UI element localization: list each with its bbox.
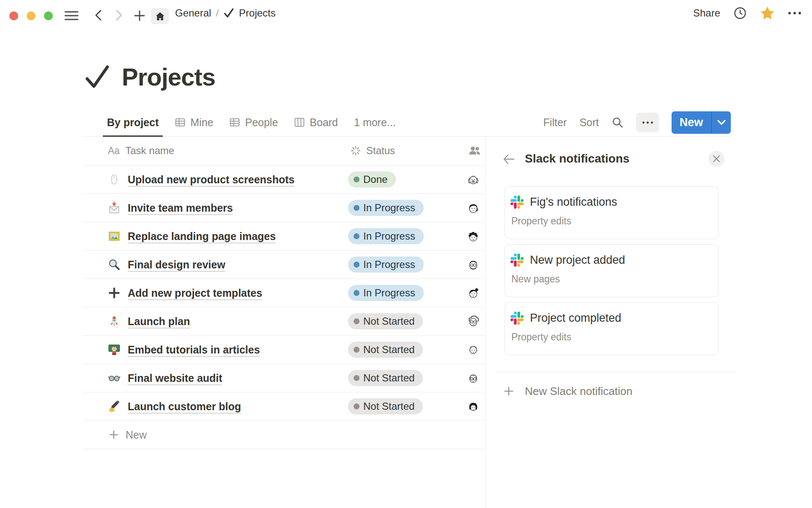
avatar[interactable] <box>466 200 481 215</box>
status-pill[interactable]: In Progress <box>348 200 424 216</box>
notification-card[interactable]: Fig's notifications Property edits <box>505 186 719 239</box>
table-row[interactable]: Upload new product screenshots Done <box>82 166 485 194</box>
breadcrumb-page[interactable]: Projects <box>239 7 276 19</box>
sidebar-toggle-icon[interactable] <box>64 10 79 21</box>
avatar[interactable] <box>466 342 481 357</box>
avatar[interactable] <box>466 172 481 187</box>
status-pill[interactable]: Not Started <box>348 398 423 414</box>
task-title-link[interactable]: Invite team members <box>128 202 233 214</box>
table-row[interactable]: Add new project templates In Progress <box>82 279 485 307</box>
column-people[interactable] <box>468 136 481 165</box>
history-clock-icon[interactable] <box>734 7 746 19</box>
task-cell[interactable]: Add new project templates <box>108 279 262 307</box>
tab-more-views[interactable]: 1 more... <box>354 108 396 136</box>
column-task-name[interactable]: Aa Task name <box>108 136 174 165</box>
view-more-button[interactable] <box>636 113 659 132</box>
favorite-star-icon[interactable] <box>760 6 775 20</box>
task-title-link[interactable]: Embed tutorials in articles <box>128 344 260 356</box>
tab-label: Mine <box>190 116 213 129</box>
task-cell[interactable]: Launch customer blog <box>108 392 241 420</box>
task-cell[interactable]: Invite team members <box>108 194 233 222</box>
task-title-link[interactable]: Replace landing page images <box>128 230 276 243</box>
page-check-icon <box>223 8 234 19</box>
panel-close-button[interactable] <box>708 151 724 167</box>
table-row[interactable]: Final website audit Not Started <box>82 364 485 392</box>
search-icon[interactable] <box>612 116 623 128</box>
tab-mine[interactable]: Mine <box>175 108 213 136</box>
task-cell[interactable]: Replace landing page images <box>108 222 276 250</box>
task-title-link[interactable]: Launch customer blog <box>128 400 241 413</box>
slack-icon <box>510 196 524 209</box>
table-row[interactable]: Embed tutorials in articles Not Started <box>82 336 485 364</box>
avatar[interactable] <box>466 285 481 301</box>
new-page-icon[interactable] <box>134 10 145 22</box>
status-pill[interactable]: Not Started <box>348 342 423 358</box>
sort-button[interactable]: Sort <box>579 116 599 129</box>
task-cell[interactable]: Final website audit <box>108 364 222 392</box>
task-title-link[interactable]: Final design review <box>128 259 225 271</box>
more-options-icon[interactable] <box>788 12 801 14</box>
table-header: Aa Task name Status <box>82 136 485 166</box>
table-row[interactable]: Final design review In Progress <box>82 251 485 279</box>
tab-people[interactable]: People <box>229 108 278 136</box>
incoming-envelope-icon <box>108 202 121 214</box>
task-cell[interactable]: Embed tutorials in articles <box>108 336 260 364</box>
table-row[interactable]: Invite team members In Progress <box>82 194 485 222</box>
zoom-window-button[interactable] <box>44 11 53 20</box>
panel-back-icon[interactable] <box>502 154 515 165</box>
tab-label: People <box>245 116 278 129</box>
new-slack-notification-button[interactable]: New Slack notification <box>503 382 632 400</box>
avatar[interactable] <box>466 229 481 244</box>
page-icon-check[interactable] <box>84 64 111 91</box>
avatar[interactable] <box>466 399 481 414</box>
share-button[interactable]: Share <box>693 7 720 19</box>
notification-card[interactable]: Project completed Property edits <box>505 302 719 355</box>
close-window-button[interactable] <box>9 11 18 20</box>
task-title-link[interactable]: Add new project templates <box>128 287 262 299</box>
notification-title: Project completed <box>530 312 621 325</box>
status-pill[interactable]: Not Started <box>348 370 423 386</box>
new-row-button[interactable]: New <box>82 421 485 449</box>
avatar[interactable] <box>466 314 481 329</box>
task-title-link[interactable]: Launch plan <box>128 315 190 328</box>
home-button[interactable] <box>151 8 169 24</box>
task-title-link[interactable]: Final website audit <box>128 372 222 384</box>
status-pill[interactable]: In Progress <box>348 228 424 244</box>
framed-picture-icon <box>108 230 121 243</box>
traffic-lights <box>9 11 53 20</box>
table-row[interactable]: Launch customer blog Not Started <box>82 392 485 421</box>
avatar[interactable] <box>466 370 481 386</box>
new-button-label[interactable]: New <box>672 111 711 134</box>
table-row[interactable]: Replace landing page images In Progress <box>82 222 485 251</box>
avatar[interactable] <box>466 257 481 272</box>
back-icon[interactable] <box>93 9 104 21</box>
notification-card[interactable]: New project added New pages <box>505 244 719 297</box>
task-cell[interactable]: Final design review <box>108 251 225 279</box>
new-button[interactable]: New <box>672 111 731 134</box>
tab-label: By project <box>107 116 159 129</box>
new-dropdown-chevron-icon[interactable] <box>712 111 731 134</box>
status-pill[interactable]: Not Started <box>348 313 423 329</box>
task-cell[interactable]: Launch plan <box>108 307 190 335</box>
status-pill[interactable]: In Progress <box>348 285 424 301</box>
status-pill[interactable]: Done <box>348 171 396 188</box>
table-row[interactable]: Launch plan Not Started <box>82 307 485 336</box>
task-title-link[interactable]: Upload new product screenshots <box>128 174 295 186</box>
home-icon <box>155 11 165 21</box>
page-header: Projects <box>84 63 215 91</box>
tab-by-project[interactable]: By project <box>107 108 159 136</box>
status-dot <box>354 318 359 324</box>
people-property-icon <box>468 145 481 157</box>
tab-board[interactable]: Board <box>294 108 338 136</box>
minimize-window-button[interactable] <box>27 11 36 20</box>
task-cell[interactable]: Upload new product screenshots <box>108 166 295 193</box>
filter-button[interactable]: Filter <box>543 116 567 129</box>
status-pill[interactable]: In Progress <box>348 257 424 273</box>
status-dot <box>354 205 359 211</box>
breadcrumb: General / Projects <box>175 0 276 26</box>
text-property-icon: Aa <box>108 145 120 157</box>
column-status[interactable]: Status <box>350 136 395 165</box>
breadcrumb-section[interactable]: General <box>175 7 211 19</box>
magnifier-icon <box>108 258 121 271</box>
forward-icon[interactable] <box>113 9 124 21</box>
